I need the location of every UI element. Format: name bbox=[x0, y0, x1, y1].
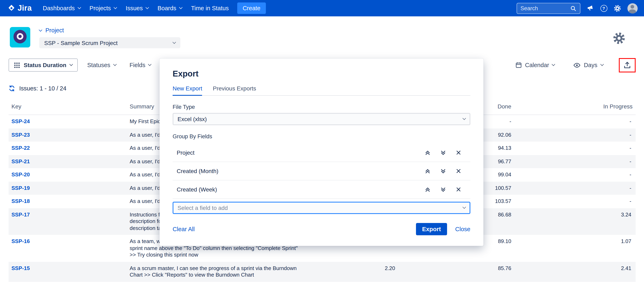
units-dropdown[interactable]: Days bbox=[570, 59, 607, 72]
double-chevron-up-icon bbox=[424, 168, 431, 174]
project-avatar-eye bbox=[17, 33, 23, 40]
issue-todo-value: 2.20 bbox=[299, 265, 398, 272]
issue-key-link[interactable]: SSP-19 bbox=[8, 185, 127, 192]
file-type-select[interactable]: Excel (xlsx) bbox=[172, 113, 470, 125]
top-navigation: Jira Dashboards Projects Issues Boards T… bbox=[0, 0, 644, 16]
status-duration-button[interactable]: Status Duration bbox=[8, 58, 78, 72]
remove-field-button[interactable] bbox=[456, 150, 461, 156]
nav-menu-item[interactable]: Issues bbox=[121, 2, 153, 14]
export-submit-button[interactable]: Export bbox=[416, 223, 447, 235]
nav-menu-item[interactable]: Boards bbox=[153, 2, 186, 14]
nav-item-label: Projects bbox=[90, 5, 111, 12]
chevron-down-icon bbox=[146, 6, 149, 9]
move-up-button[interactable] bbox=[424, 168, 431, 174]
column-header-in-progress[interactable]: In Progress bbox=[514, 103, 636, 110]
chevron-down-icon bbox=[462, 116, 466, 120]
nav-item-label: Dashboards bbox=[43, 5, 75, 12]
group-by-field-name: Project bbox=[177, 149, 424, 156]
eye-icon bbox=[574, 62, 580, 68]
issue-inprogress-value: - bbox=[514, 132, 636, 138]
add-field-select[interactable]: Select a field to add bbox=[172, 202, 470, 214]
issue-inprogress-value: - bbox=[514, 198, 636, 205]
chevron-down-icon bbox=[114, 6, 117, 9]
group-by-field-list: Project Created (Month) bbox=[172, 144, 470, 199]
close-icon bbox=[456, 168, 461, 174]
days-label: Days bbox=[584, 62, 597, 68]
modal-title: Export bbox=[172, 69, 470, 78]
move-up-button[interactable] bbox=[424, 186, 431, 192]
clear-all-link[interactable]: Clear All bbox=[172, 226, 195, 232]
issue-key-link[interactable]: SSP-15 bbox=[8, 265, 127, 272]
create-button[interactable]: Create bbox=[237, 2, 266, 14]
group-by-field-actions bbox=[424, 150, 461, 156]
issue-key-link[interactable]: SSP-17 bbox=[8, 211, 127, 218]
issue-done-value: 85.76 bbox=[398, 265, 514, 272]
chevron-down-icon bbox=[172, 40, 176, 44]
feedback-megaphone-icon[interactable] bbox=[586, 4, 594, 12]
chevron-down-icon bbox=[148, 62, 152, 66]
issue-key-link[interactable]: SSP-21 bbox=[8, 158, 127, 165]
issue-key-link[interactable]: SSP-22 bbox=[8, 145, 127, 152]
double-chevron-up-icon bbox=[424, 186, 431, 192]
remove-field-button[interactable] bbox=[456, 186, 461, 192]
group-by-label: Group By Fields bbox=[172, 134, 470, 140]
column-header-key[interactable]: Key bbox=[8, 103, 127, 110]
issues-count-text: Issues: 1 - 10 / 24 bbox=[19, 85, 66, 92]
group-by-field-name: Created (Month) bbox=[177, 168, 424, 174]
group-by-field-row: Project bbox=[172, 144, 470, 162]
refresh-icon[interactable] bbox=[8, 85, 15, 92]
close-icon bbox=[456, 186, 461, 192]
jira-logo-icon bbox=[7, 4, 16, 12]
issue-key-link[interactable]: SSP-20 bbox=[8, 172, 127, 178]
statuses-dropdown[interactable]: Statuses bbox=[83, 59, 120, 71]
app-viewport: Jira Dashboards Projects Issues Boards T… bbox=[0, 0, 644, 304]
calendar-dropdown[interactable]: Calendar bbox=[511, 59, 559, 71]
nav-menu-item[interactable]: Dashboards bbox=[38, 2, 85, 14]
issue-key-link[interactable]: SSP-16 bbox=[8, 238, 127, 245]
double-chevron-down-icon bbox=[440, 186, 446, 192]
move-down-button[interactable] bbox=[440, 186, 446, 192]
move-down-button[interactable] bbox=[440, 168, 446, 174]
group-by-field-row: Created (Month) bbox=[172, 162, 470, 180]
group-by-field-actions bbox=[424, 168, 461, 174]
project-header: Project SSP - Sample Scrum Project bbox=[0, 16, 644, 53]
nav-search[interactable] bbox=[516, 3, 580, 14]
fields-dropdown[interactable]: Fields bbox=[125, 59, 155, 71]
nav-menu-item[interactable]: Projects bbox=[85, 2, 121, 14]
issue-key-link[interactable]: SSP-24 bbox=[8, 118, 127, 125]
table-row[interactable]: SSP-15 As a scrum master, I can see the … bbox=[8, 262, 636, 282]
close-modal-link[interactable]: Close bbox=[455, 226, 470, 232]
issue-inprogress-value: - bbox=[514, 158, 636, 165]
help-icon[interactable]: ? bbox=[600, 5, 607, 12]
issue-key-link[interactable]: SSP-23 bbox=[8, 132, 127, 138]
jira-logo[interactable]: Jira bbox=[7, 4, 32, 13]
nav-menu-item[interactable]: Time in Status bbox=[186, 2, 233, 14]
issue-inprogress-value: 2.41 bbox=[514, 265, 636, 272]
move-down-button[interactable] bbox=[440, 150, 446, 156]
user-avatar[interactable] bbox=[627, 3, 638, 13]
search-input[interactable] bbox=[520, 5, 568, 11]
project-avatar bbox=[10, 27, 30, 48]
move-up-button[interactable] bbox=[424, 150, 431, 156]
page-settings-gear-icon[interactable] bbox=[612, 32, 625, 44]
project-select[interactable]: SSP - Sample Scrum Project bbox=[39, 37, 180, 48]
file-type-label: File Type bbox=[172, 104, 470, 110]
double-chevron-up-icon bbox=[424, 150, 431, 156]
remove-field-button[interactable] bbox=[456, 168, 461, 174]
nav-item-label: Time in Status bbox=[191, 5, 229, 12]
jira-logo-text: Jira bbox=[18, 4, 32, 13]
chevron-down-icon bbox=[179, 6, 183, 9]
nav-item-label: Issues bbox=[126, 5, 143, 12]
tab-previous-exports[interactable]: Previous Exports bbox=[213, 85, 256, 95]
tab-new-export[interactable]: New Export bbox=[172, 85, 202, 95]
issue-inprogress-value: - bbox=[514, 145, 636, 152]
issue-inprogress-value: - bbox=[514, 185, 636, 192]
settings-gear-icon[interactable] bbox=[613, 4, 621, 12]
close-icon bbox=[456, 150, 461, 156]
project-section-toggle[interactable]: Project bbox=[39, 27, 180, 34]
issue-key-link[interactable]: SSP-18 bbox=[8, 198, 127, 205]
calendar-icon bbox=[515, 62, 522, 68]
chevron-down-icon bbox=[552, 62, 555, 66]
export-button[interactable] bbox=[619, 58, 636, 72]
group-by-field-row: Created (Week) bbox=[172, 180, 470, 199]
